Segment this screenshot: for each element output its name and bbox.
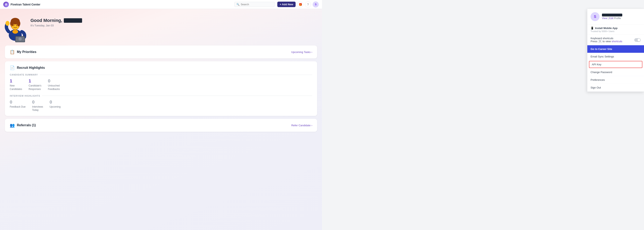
hero-greeting: Good Morning,: [30, 18, 82, 23]
user-name-redacted: [64, 18, 82, 23]
svg-point-2: [12, 30, 18, 34]
cards-container: 📋 My Priorities Upcoming Tasks › 📄 Recru…: [0, 42, 322, 135]
recruit-highlights-header: 📄 Recruit Highlights: [10, 65, 312, 70]
hero-date: It's Tuesday, Jan 03: [30, 24, 82, 27]
search-bar[interactable]: 🔍: [234, 2, 275, 7]
stat-number: 0: [48, 78, 60, 84]
top-navigation: Fivetran Talent Center 🔍 + Add New 🎁 ? S: [0, 0, 322, 9]
refer-candidate-link[interactable]: Refer Candidate ›: [291, 124, 312, 127]
app-title: Fivetran Talent Center: [10, 3, 40, 6]
interview-highlights-label: INTERVIEW HIGHLIGHTS: [10, 95, 40, 97]
stat-upcoming: 0 Upcoming: [50, 99, 60, 112]
stat-new-candidates: 1 NewCandidates: [10, 78, 22, 91]
candidate-summary-label: CANDIDATE SUMMARY: [10, 73, 38, 76]
recruit-highlights-card: 📄 Recruit Highlights CANDIDATE SUMMARY 1…: [5, 61, 317, 116]
search-icon: 🔍: [236, 3, 240, 6]
referrals-title: Referrals (1): [17, 123, 36, 127]
candidate-stats: 1 NewCandidates 1 Candidate'sResponses 0…: [10, 78, 312, 91]
hero-text: Good Morning, It's Tuesday, Jan 03: [26, 14, 82, 27]
stat-untouched-feedbacks: 0 UntouchedFeedbacks: [48, 78, 60, 91]
referrals-title-row: 👥 Referrals (1): [10, 123, 36, 128]
stat-label: NewCandidates: [10, 84, 22, 91]
svg-point-8: [13, 24, 14, 26]
greeting-text: Good Morning,: [30, 18, 62, 23]
priorities-title: My Priorities: [17, 50, 36, 54]
svg-point-7: [17, 21, 20, 26]
candidate-divider: [40, 75, 312, 75]
stat-number: 1: [10, 78, 22, 84]
stat-label: Candidate'sResponses: [29, 84, 42, 91]
stat-candidates-responses: 1 Candidate'sResponses: [29, 78, 42, 91]
logo-area: Fivetran Talent Center: [3, 2, 40, 7]
upcoming-tasks-link[interactable]: Upcoming Tasks ›: [291, 50, 312, 54]
recruit-title-row: 📄 Recruit Highlights: [10, 65, 45, 70]
search-input[interactable]: [241, 3, 271, 6]
svg-point-10: [10, 25, 12, 26]
referrals-card: 👥 Referrals (1) Refer Candidate ›: [5, 119, 317, 132]
recruit-title: Recruit Highlights: [17, 66, 45, 70]
priorities-icon: 📋: [10, 49, 15, 54]
priorities-card-header: 📋 My Priorities Upcoming Tasks ›: [10, 49, 312, 54]
topnav-actions: + Add New 🎁 ? S: [277, 1, 319, 7]
stat-label: Feedback Due: [10, 105, 26, 109]
app-logo-icon: [3, 2, 9, 7]
add-new-button[interactable]: + Add New: [277, 2, 296, 7]
stat-label: InterviewsToday: [32, 105, 43, 112]
interview-highlights-row: INTERVIEW HIGHLIGHTS: [10, 95, 312, 97]
priorities-title-row: 📋 My Priorities: [10, 49, 36, 54]
gift-icon-button[interactable]: 🎁: [297, 1, 303, 7]
stat-feedback-due: 0 Feedback Due: [10, 99, 26, 112]
stat-number: 0: [32, 99, 43, 105]
help-icon-button[interactable]: ?: [305, 1, 311, 7]
stat-interviews-today: 0 InterviewsToday: [32, 99, 43, 112]
hero-section: Good Morning, It's Tuesday, Jan 03: [0, 9, 322, 42]
priorities-card: 📋 My Priorities Upcoming Tasks ›: [5, 45, 317, 58]
interview-stats: 0 Feedback Due 0 InterviewsToday 0 Upcom…: [10, 99, 312, 112]
svg-point-15: [18, 37, 22, 41]
user-avatar-button[interactable]: S: [313, 1, 319, 7]
recruit-icon: 📄: [10, 65, 15, 70]
highlights-section: CANDIDATE SUMMARY 1 NewCandidates 1 Cand…: [10, 73, 312, 112]
stat-number: 0: [10, 99, 26, 105]
stat-number: 0: [50, 99, 60, 105]
main-layout: Good Morning, It's Tuesday, Jan 03 📋 My …: [0, 9, 322, 230]
svg-point-9: [16, 24, 17, 26]
content-area: Good Morning, It's Tuesday, Jan 03 📋 My …: [0, 9, 322, 230]
hero-illustration: [4, 14, 26, 42]
svg-point-11: [6, 21, 10, 26]
candidate-summary-row: CANDIDATE SUMMARY: [10, 73, 312, 76]
referrals-icon: 👥: [10, 123, 15, 128]
stat-number: 1: [29, 78, 42, 84]
referrals-card-header: 👥 Referrals (1) Refer Candidate ›: [10, 123, 312, 128]
interview-divider: [42, 96, 312, 96]
stat-label: UntouchedFeedbacks: [48, 84, 60, 91]
stat-label: Upcoming: [50, 105, 60, 109]
